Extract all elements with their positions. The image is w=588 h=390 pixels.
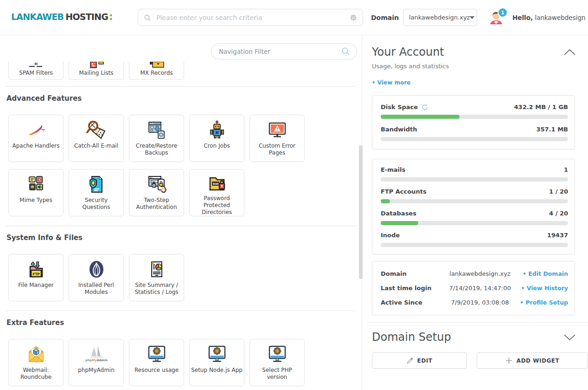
dropdown-caret-icon [470,16,474,19]
usage-value: 357.1 MB [537,126,569,133]
edit-button-label: EDIT [417,358,433,364]
domain-select-value: lankawebdesign.xyz [409,14,470,21]
feature-tile-create-restore-backups[interactable]: Create/Restore Backups [129,115,184,162]
progress-fill [381,115,460,119]
feature-sections: SPAM FiltersMailing ListsMX RecordsAdvan… [0,61,362,386]
edit-domain-link[interactable]: • Edit Domain [520,270,568,277]
feature-tile-phpmyadmin[interactable]: phpMyAdminphpMyAdmin [69,339,124,386]
greeting-username: lankawebdesign [535,14,585,21]
feature-tile-mailing-lists[interactable]: Mailing Lists [69,61,124,80]
feature-tile-row: FTPFile ManagerInstalled Perl ModulesSit… [8,254,314,301]
feature-tile-mime-types[interactable]: Mime Types [8,169,64,216]
feature-tile-two-step-authentication[interactable]: Two-Step Authentication [129,169,184,216]
navigation-filter-input[interactable] [218,47,341,56]
feature-tile-setup-node-js-app[interactable]: Setup Node.js App [189,339,244,386]
usage-row-head: FTP Accounts1 / 20 [381,188,568,195]
setup-node-js-app-icon [206,339,228,366]
feature-tile-label: Installed Perl Modules [69,282,123,296]
user-avatar[interactable]: 1 [488,9,507,26]
add-widget-button-label: ADD WIDGET [517,358,559,364]
webmail-roundcube-icon [25,339,47,366]
feature-tile-resource-usage[interactable]: Resource usage [129,339,184,386]
search-settings-gear-icon[interactable] [350,14,357,21]
section-title-extra-features: Extra Features [6,318,362,327]
section-title-advanced-features: Advanced Features [6,94,362,103]
add-widget-button[interactable]: ADD WIDGET [477,352,588,369]
notification-badge: 1 [498,7,508,18]
usage-label: E-mails [381,166,405,173]
brand-logo: LANKAWEBHOSTING: [11,11,113,22]
edit-button[interactable]: EDIT [372,352,467,369]
feature-tile-cron-jobs[interactable]: Cron Jobs [189,115,244,162]
feature-tile-label: Catch-All E-mail [73,143,120,150]
select-php-version-icon [266,339,288,366]
domain-select-dropdown[interactable]: lankawebdesign.xyz [403,9,477,26]
file-manager-icon: FTP [25,254,47,281]
progress-track [381,221,568,225]
feature-tile-apache-handlers[interactable]: Apache Handlers [8,115,64,162]
global-search-box [138,9,363,26]
feature-tile-label: Resource usage [133,367,180,374]
global-search-input[interactable] [155,13,346,22]
section-divider [6,86,356,87]
feature-tile-mx-records[interactable]: MX Records [129,61,184,80]
feature-tile-label: Mailing Lists [78,70,115,77]
domain-label: Domain [371,14,399,21]
feature-tile-file-manager[interactable]: FTPFile Manager [8,254,64,301]
scrollbar-thumb[interactable] [359,145,363,279]
feature-tile-label: Mime Types [18,197,53,204]
domain-setup-title: Domain Setup [372,331,451,344]
your-account-subtitle: Usage, logs and statistics [372,63,588,70]
info-label-last-time-login: Last time login [381,285,440,292]
feature-tile-label: MX Records [139,70,174,77]
custom-error-pages-icon [266,115,288,142]
brand-logo-part1: LANKAWEB [11,12,64,22]
phpmyadmin-icon: phpMyAdmin [85,339,108,366]
usage-value: 4 / 20 [549,210,568,217]
feature-tile-webmail-roundcube[interactable]: Webmail: Roundcube [8,339,64,386]
usage-cards: Disk Space432.2 MB / 1 GBBandwidth357.1 … [367,95,588,254]
domain-setup-chevron-down-icon[interactable] [563,334,576,341]
mime-types-icon [25,169,47,196]
view-history-link[interactable]: • View History [520,285,568,292]
feature-tile-label: Setup Node.js App [190,367,244,374]
brand-logo-colon: : [109,11,113,22]
collapse-chevron-up-icon[interactable] [563,49,576,56]
usage-row-inode: Inode19437 [381,232,568,247]
feature-tile-spam-filters[interactable]: SPAM Filters [8,61,64,80]
feature-tile-select-php-version[interactable]: Select PHP version [249,339,305,386]
spam-filters-icon [27,62,45,68]
section-title-system-info-files: System Info & Files [6,234,362,242]
your-account-title: Your Account [372,46,444,58]
section-divider [6,311,356,311]
feature-tile-installed-perl-modules[interactable]: Installed Perl Modules [69,254,124,301]
feature-tile-label: Two-Step Authentication [129,197,184,211]
feature-tile-label: Custom Error Pages [250,143,304,156]
svg-text:phpMyAdmin: phpMyAdmin [85,358,108,362]
app-header: LANKAWEBHOSTING: Domain lankawebdesign.x… [0,0,588,35]
usage-label: Databases [381,210,416,217]
feature-tile-security-questions[interactable]: Security Questions [69,169,124,216]
site-summary-statistics-logs-icon [146,254,168,281]
password-protected-directories-icon [206,169,228,195]
progress-track [381,115,568,119]
refresh-icon[interactable] [422,104,428,110]
progress-track [381,177,568,182]
feature-tile-password-protected-directories[interactable]: Password Protected Directories [189,169,244,216]
sidebar-divider [367,322,588,323]
svg-text:FTP: FTP [32,272,40,276]
view-more-link[interactable]: • View more [372,79,588,86]
usage-card: Disk Space432.2 MB / 1 GBBandwidth357.1 … [372,95,575,150]
section-divider [6,226,356,226]
resource-usage-icon [146,339,168,366]
cron-jobs-icon [206,115,228,142]
sidebar-buttons: EDIT ADD WIDGET [372,352,588,369]
feature-tile-custom-error-pages[interactable]: Custom Error Pages [249,115,305,162]
feature-tile-label: Select PHP version [250,367,304,381]
feature-tile-label: Create/Restore Backups [129,143,184,156]
navigation-filter-box [211,43,357,59]
feature-tile-label: Cron Jobs [202,143,231,150]
feature-tile-site-summary-statistics-logs[interactable]: Site Summary / Statistics / Logs [129,254,184,301]
profile-setup-link[interactable]: • Profile Setup [520,299,568,306]
feature-tile-catch-all-e-mail[interactable]: Catch-All E-mail [69,115,124,162]
